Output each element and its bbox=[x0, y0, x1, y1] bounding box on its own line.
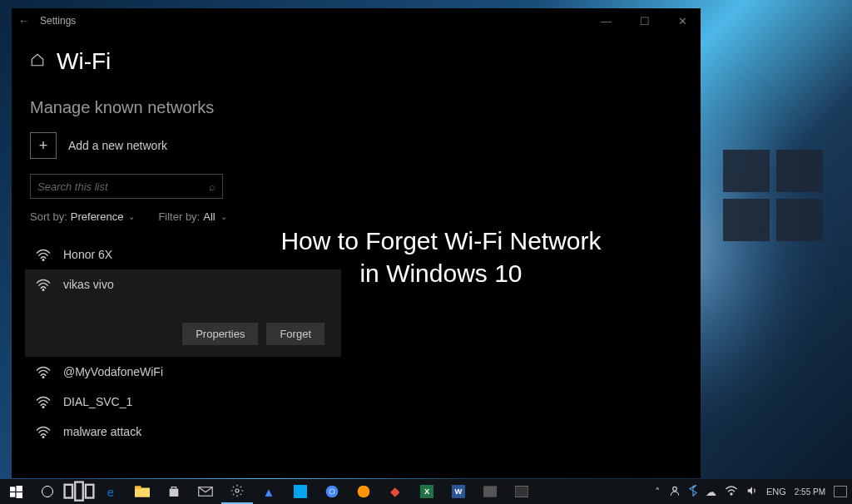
svg-rect-6 bbox=[16, 486, 22, 492]
wifi-icon bbox=[35, 395, 52, 408]
edge-icon[interactable]: e bbox=[95, 479, 126, 504]
svg-rect-13 bbox=[135, 486, 141, 489]
sort-label: Sort by: bbox=[30, 210, 67, 223]
network-name: DIAL_SVC_1 bbox=[63, 395, 132, 408]
settings-taskbar-icon[interactable] bbox=[221, 479, 253, 504]
action-center-icon[interactable] bbox=[834, 486, 847, 497]
windows-logo-desktop bbox=[723, 150, 823, 241]
svg-rect-12 bbox=[135, 488, 150, 497]
svg-text:W: W bbox=[455, 487, 463, 496]
network-item[interactable]: DIAL_SVC_1 bbox=[30, 387, 682, 417]
network-name: Honor 6X bbox=[63, 248, 112, 261]
network-item[interactable]: @MyVodafoneWiFi bbox=[30, 357, 682, 387]
add-network-label: Add a new network bbox=[68, 139, 167, 152]
cortana-button[interactable] bbox=[32, 479, 63, 504]
search-box[interactable]: ⌕ bbox=[30, 174, 223, 199]
svg-point-4 bbox=[42, 437, 44, 438]
wifi-tray-icon[interactable] bbox=[725, 486, 738, 498]
minimize-button[interactable]: — bbox=[594, 12, 618, 31]
section-title: Manage known networks bbox=[30, 98, 682, 117]
plus-icon: + bbox=[30, 132, 57, 159]
sort-dropdown[interactable]: Sort by: Preference ⌄ bbox=[30, 210, 135, 223]
language-indicator[interactable]: ENG bbox=[766, 487, 786, 497]
svg-rect-11 bbox=[86, 485, 93, 498]
chevron-down-icon: ⌄ bbox=[128, 212, 135, 221]
svg-point-15 bbox=[235, 489, 239, 492]
svg-rect-9 bbox=[65, 485, 72, 498]
wifi-icon bbox=[35, 425, 52, 438]
taskbar: e ▲ ◆ X W bbox=[0, 479, 852, 504]
search-input[interactable] bbox=[37, 180, 209, 193]
page-title: Wi-Fi bbox=[57, 48, 111, 75]
svg-point-3 bbox=[42, 407, 44, 408]
maximize-button[interactable]: ☐ bbox=[633, 12, 656, 31]
back-button[interactable]: ← bbox=[18, 14, 30, 27]
network-item[interactable]: malware attack bbox=[30, 417, 682, 447]
svg-point-19 bbox=[329, 489, 334, 493]
wifi-icon bbox=[35, 365, 52, 378]
add-network-button[interactable]: + Add a new network bbox=[30, 132, 682, 159]
svg-point-1 bbox=[42, 289, 44, 291]
svg-point-2 bbox=[42, 377, 44, 378]
titlebar: ← Settings — ☐ ✕ bbox=[12, 8, 701, 33]
properties-button[interactable]: Properties bbox=[182, 323, 258, 345]
firefox-icon[interactable] bbox=[348, 479, 379, 504]
app-icon-4[interactable] bbox=[474, 479, 506, 504]
svg-rect-25 bbox=[483, 486, 497, 497]
svg-rect-7 bbox=[10, 492, 15, 497]
cmd-icon[interactable] bbox=[506, 479, 537, 504]
overlay-line2: in Windows 10 bbox=[233, 257, 649, 289]
volume-icon[interactable] bbox=[746, 485, 758, 499]
svg-point-0 bbox=[42, 259, 44, 261]
people-icon[interactable] bbox=[669, 485, 681, 499]
overlay-line1: How to Forget Wi-Fi Network bbox=[233, 225, 649, 257]
wifi-icon bbox=[35, 248, 52, 261]
svg-point-28 bbox=[731, 493, 732, 495]
chevron-down-icon: ⌄ bbox=[220, 212, 227, 221]
svg-rect-16 bbox=[294, 485, 307, 498]
word-icon[interactable]: W bbox=[443, 479, 474, 504]
task-view-button[interactable] bbox=[63, 479, 95, 504]
close-button[interactable]: ✕ bbox=[671, 12, 694, 31]
filter-value: All bbox=[203, 210, 215, 223]
network-name: vikas vivo bbox=[63, 278, 114, 291]
sort-value: Preference bbox=[71, 210, 124, 223]
store-icon[interactable] bbox=[158, 479, 190, 504]
start-button[interactable] bbox=[0, 479, 32, 504]
onedrive-icon[interactable]: ☁ bbox=[706, 486, 716, 498]
home-icon[interactable] bbox=[30, 52, 45, 72]
file-explorer-icon[interactable] bbox=[126, 479, 158, 504]
svg-text:X: X bbox=[424, 487, 430, 496]
app-icon-1[interactable]: ▲ bbox=[253, 479, 285, 504]
app-icon-3[interactable]: ◆ bbox=[379, 479, 411, 504]
search-icon: ⌕ bbox=[209, 180, 215, 193]
bluetooth-icon[interactable] bbox=[689, 485, 697, 499]
app-icon-2[interactable] bbox=[285, 479, 316, 504]
svg-rect-26 bbox=[515, 486, 528, 497]
tray-chevron-icon[interactable]: ˄ bbox=[655, 486, 661, 498]
tutorial-title-overlay: How to Forget Wi-Fi Network in Windows 1… bbox=[233, 225, 649, 289]
svg-rect-10 bbox=[75, 482, 82, 501]
window-title: Settings bbox=[40, 15, 76, 27]
filter-dropdown[interactable]: Filter by: All ⌄ bbox=[158, 210, 226, 223]
clock[interactable]: 2:55 PM bbox=[795, 487, 825, 497]
svg-rect-8 bbox=[16, 492, 22, 498]
chrome-icon[interactable] bbox=[316, 479, 348, 504]
time: 2:55 PM bbox=[795, 487, 825, 497]
svg-rect-5 bbox=[10, 487, 15, 492]
wifi-icon bbox=[35, 278, 52, 291]
filter-label: Filter by: bbox=[158, 210, 200, 223]
forget-button[interactable]: Forget bbox=[266, 323, 324, 345]
svg-point-20 bbox=[358, 486, 370, 498]
network-name: @MyVodafoneWiFi bbox=[63, 365, 163, 378]
mail-icon[interactable] bbox=[190, 479, 221, 504]
excel-icon[interactable]: X bbox=[411, 479, 443, 504]
svg-point-27 bbox=[673, 487, 677, 491]
network-name: malware attack bbox=[63, 425, 141, 438]
